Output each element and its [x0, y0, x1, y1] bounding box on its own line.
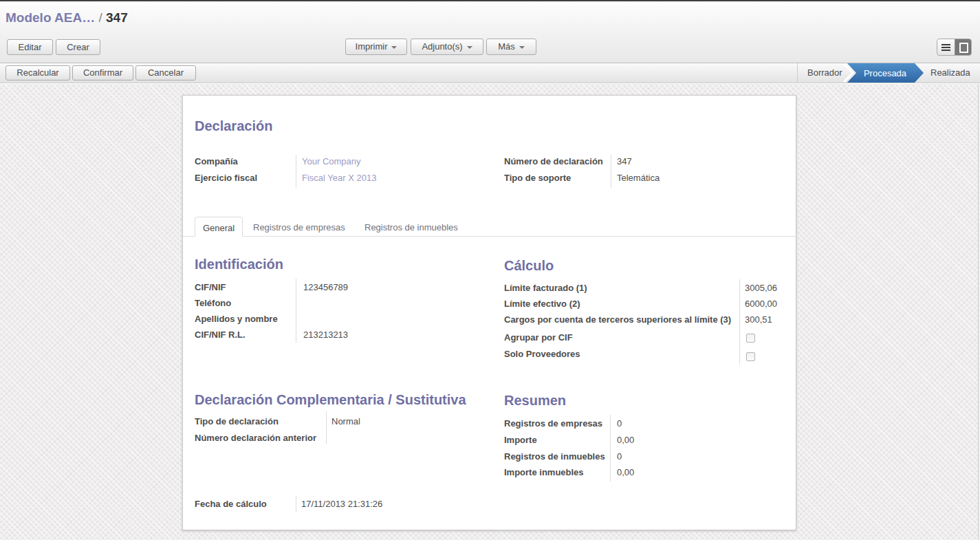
svg-text:Procesada: Procesada — [864, 68, 907, 78]
